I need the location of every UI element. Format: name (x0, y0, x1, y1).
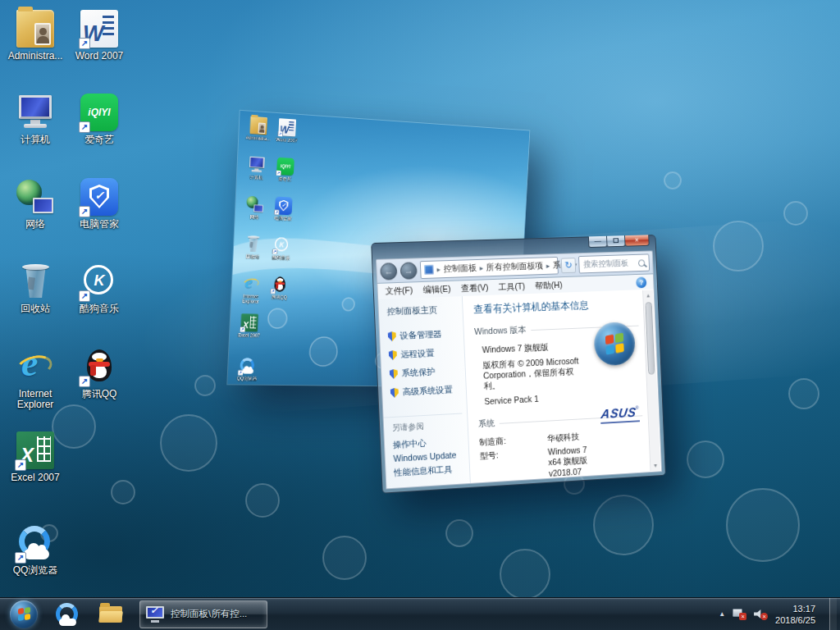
clock-time: 13:17 (792, 604, 815, 614)
recycle-bin-icon (16, 262, 54, 300)
desktop-icon-grid: Administra... W Word 2007 计算机 iQIYI 爱奇艺 … (3, 3, 138, 597)
see-also-section: 另请参阅 操作中心 Windows Update 性能信息和工具 (384, 413, 465, 481)
icon-label: Excel 2007 (5, 472, 66, 483)
desktop-icon-internet-explorer[interactable]: e Internet Explorer (5, 348, 66, 410)
icon-label: Word 2007 (69, 51, 130, 62)
qq-browser-icon (16, 524, 54, 562)
menu-help[interactable]: 帮助(H) (535, 280, 563, 292)
refresh-button[interactable] (561, 258, 576, 273)
sidebar-advanced-settings[interactable]: 高级系统设置 (390, 384, 463, 399)
edition-service-pack: Service Pack 1 (484, 389, 641, 408)
icon-label: 腾讯QQ (69, 389, 130, 399)
minimize-button[interactable]: — (588, 236, 608, 248)
uac-shield-icon (388, 331, 396, 341)
caption-buttons: — × (589, 235, 650, 248)
breadcrumb-separator-icon (546, 262, 551, 270)
close-button[interactable]: × (624, 235, 650, 246)
desktop-icon-administrator[interactable]: Administra... (5, 10, 66, 62)
shortcut-arrow-icon (79, 290, 90, 302)
desktop-icon-excel-2007[interactable]: X Excel 2007 (5, 431, 66, 483)
page-title: 查看有关计算机的基本信息 (473, 297, 638, 317)
icon-label: 回收站 (5, 304, 66, 314)
uac-shield-icon (390, 388, 399, 398)
shortcut-arrow-icon (79, 121, 90, 133)
computer-icon (16, 94, 54, 131)
scrollbar-thumb[interactable] (645, 302, 655, 375)
breadcrumb-separator-icon (479, 264, 485, 272)
scroll-up-icon[interactable]: ▲ (643, 290, 653, 301)
administrator-folder-icon (16, 10, 54, 48)
desktop-icon-network[interactable]: 网络 (5, 178, 66, 230)
menu-view[interactable]: 查看(V) (461, 282, 489, 294)
pc-manager-icon (80, 178, 118, 216)
uac-shield-icon (389, 350, 397, 360)
shortcut-arrow-icon (79, 206, 90, 217)
address-bar[interactable]: 控制面板 所有控制面板项 系统 (420, 257, 559, 279)
task-sidebar: 控制面板主页 设备管理器 远程设置 系统保护 高级系统设置 另请参阅 操作中心 … (378, 296, 471, 488)
shortcut-arrow-icon (15, 552, 26, 564)
desktop-icon-iqiyi[interactable]: iQIYI 爱奇艺 (69, 94, 130, 145)
kugou-icon: K (80, 262, 118, 300)
icon-label: 爱奇艺 (69, 135, 130, 145)
search-placeholder: 搜索控制面板 (583, 258, 629, 270)
icon-label: 酷狗音乐 (69, 304, 130, 314)
start-button[interactable] (10, 600, 38, 628)
shortcut-arrow-icon (79, 38, 90, 49)
control-panel-icon (424, 265, 434, 275)
desktop-icon-tencent-qq[interactable]: 腾讯QQ (69, 348, 130, 399)
task-button-label: 控制面板\所有控... (171, 608, 247, 620)
icon-label: 网络 (5, 219, 66, 230)
forward-button[interactable]: → (400, 262, 418, 280)
uac-shield-icon (390, 369, 398, 379)
excel-icon: X (16, 431, 54, 469)
desktop-icon-qq-browser[interactable]: QQ浏览器 (5, 524, 66, 576)
clock-date: 2018/6/25 (775, 615, 815, 625)
flip3d-system-window[interactable]: — × ← → 控制面板 所有控制面板项 系统 搜索控制面板 文件(F) 编辑(… (371, 235, 666, 494)
breadcrumb-all-items[interactable]: 所有控制面板项 (486, 260, 544, 273)
icon-label: 电脑管家 (69, 219, 130, 230)
sidebar-system-protection[interactable]: 系统保护 (390, 365, 463, 380)
menu-edit[interactable]: 编辑(E) (422, 283, 450, 295)
internet-explorer-icon: e (16, 348, 54, 386)
network-icon (16, 178, 54, 216)
desktop-icon-kugou[interactable]: K 酷狗音乐 (69, 262, 130, 314)
see-also-header: 另请参阅 (392, 418, 463, 434)
taskbar-control-panel-task[interactable]: 控制面板\所有控... (139, 600, 267, 628)
system-window-icon (146, 606, 166, 623)
maximize-button[interactable] (606, 235, 625, 247)
sidebar-device-manager[interactable]: 设备管理器 (388, 328, 461, 343)
taskbar-qq-browser-icon[interactable] (52, 600, 80, 628)
scroll-down-icon[interactable]: ▼ (651, 460, 660, 471)
hidden-icons-chevron-icon[interactable] (719, 610, 725, 618)
asus-logo: ASUS® (600, 405, 639, 424)
sidebar-remote-settings[interactable]: 远程设置 (389, 346, 462, 361)
desktop-icon-pc-manager[interactable]: 电脑管家 (69, 178, 130, 230)
sidebar-control-panel-home[interactable]: 控制面板主页 (386, 304, 459, 317)
desktop-icon-computer[interactable]: 计算机 (5, 94, 66, 145)
icon-label: Administra... (5, 51, 66, 62)
breadcrumb-control-panel[interactable]: 控制面板 (443, 262, 477, 275)
tray-volume-muted-icon[interactable] (754, 608, 768, 620)
iqiyi-icon: iQIYI (80, 94, 118, 131)
shortcut-arrow-icon (15, 459, 26, 471)
word-icon: W (80, 10, 118, 48)
icon-label: 计算机 (5, 135, 66, 145)
system-tray: 13:17 2018/6/25 (719, 598, 840, 630)
menu-tools[interactable]: 工具(T) (498, 281, 525, 293)
taskbar-explorer-icon[interactable] (97, 600, 125, 628)
menu-file[interactable]: 文件(F) (385, 285, 413, 297)
desktop-icon-word-2007[interactable]: W Word 2007 (69, 10, 130, 62)
search-icon (638, 259, 646, 267)
taskbar: 控制面板\所有控... 13:17 2018/6/25 (0, 597, 840, 630)
tray-network-error-icon[interactable] (733, 608, 746, 620)
icon-label: Internet Explorer (5, 389, 66, 410)
desktop-icon-recycle-bin[interactable]: 回收站 (5, 262, 66, 314)
tray-clock[interactable]: 13:17 2018/6/25 (775, 603, 822, 626)
back-button[interactable]: ← (380, 262, 397, 281)
breadcrumb-separator-icon (436, 265, 441, 273)
preview-icon-grid: Administra... WWord 2007 计算机 iQIYI爱奇艺 网络… (232, 112, 305, 387)
help-icon[interactable] (636, 276, 646, 288)
system-content: 查看有关计算机的基本信息 Windows 版本 Windows 7 旗舰版 版权… (463, 290, 661, 483)
show-desktop-button[interactable] (829, 598, 837, 630)
search-input[interactable]: 搜索控制面板 (578, 253, 650, 273)
